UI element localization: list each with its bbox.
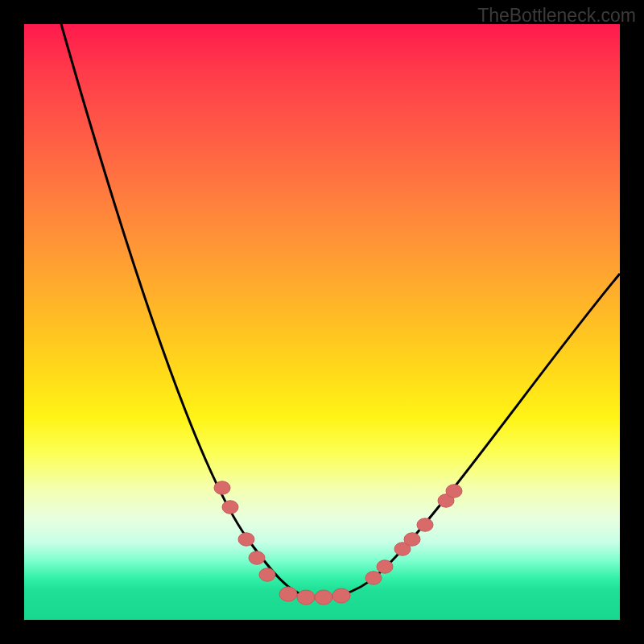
data-marker: [365, 572, 382, 584]
data-marker: [377, 560, 393, 573]
data-marker: [259, 568, 275, 581]
watermark-text: TheBottleneck.com: [477, 5, 636, 27]
marker-group: [214, 481, 462, 605]
data-marker: [214, 481, 230, 494]
data-marker: [238, 533, 254, 546]
data-marker: [404, 533, 420, 546]
data-marker: [332, 588, 350, 603]
data-marker: [222, 501, 238, 514]
data-marker: [315, 590, 332, 605]
data-marker: [446, 485, 462, 497]
plot-area: [24, 24, 620, 620]
data-marker: [249, 551, 265, 564]
bottleneck-curve: [61, 24, 620, 597]
data-marker: [417, 518, 433, 531]
chart-svg: [24, 24, 620, 620]
data-marker: [297, 590, 315, 605]
chart-frame: TheBottleneck.com: [0, 0, 644, 644]
data-marker: [279, 587, 297, 601]
